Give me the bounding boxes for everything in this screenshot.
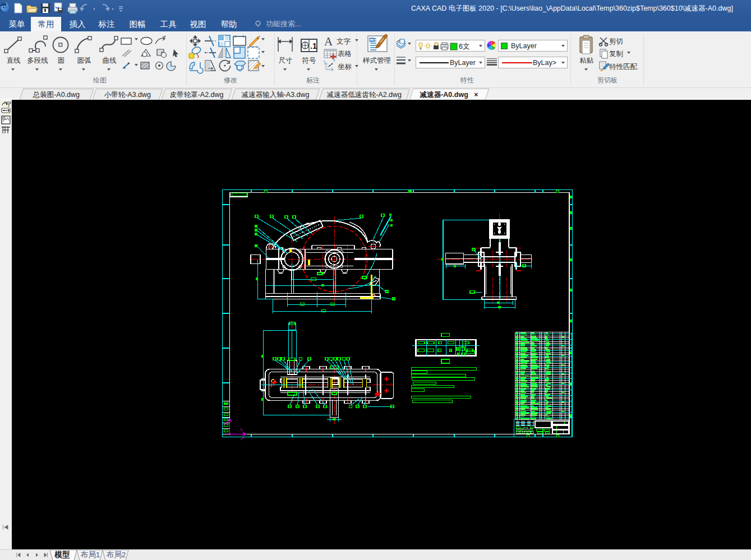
svg-text:A: A — [324, 35, 333, 48]
svg-text:Y: Y — [323, 60, 325, 63]
svg-text:X: X — [333, 59, 335, 62]
svg-text:.1: .1 — [310, 41, 317, 50]
